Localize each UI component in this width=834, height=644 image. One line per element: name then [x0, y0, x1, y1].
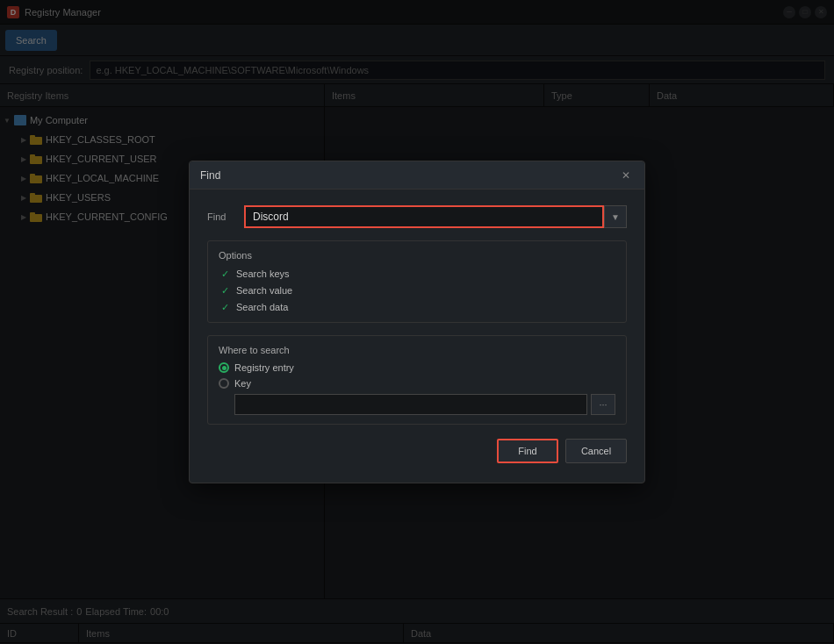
modal-title: Find	[200, 169, 618, 182]
radio-label-key: Key	[234, 378, 251, 389]
radio-label-registry: Registry entry	[234, 362, 294, 373]
check-icon-value: ✓	[219, 284, 231, 297]
find-dropdown-button[interactable]: ▼	[604, 205, 627, 228]
check-icon-keys: ✓	[219, 268, 231, 280]
key-row: Key	[234, 378, 251, 389]
option-search-value: ✓ Search value	[219, 284, 615, 297]
find-button[interactable]: Find	[497, 439, 558, 463]
modal-close-button[interactable]: ✕	[618, 168, 634, 183]
find-input[interactable]	[244, 205, 604, 228]
find-row: Find ▼	[207, 205, 627, 228]
find-dialog: Find ✕ Find ▼ Options ✓ Search keys	[189, 161, 645, 483]
option-label-value: Search value	[236, 285, 292, 296]
where-to-search-section: Where to search Registry entry Key ···	[207, 335, 627, 425]
modal-footer: Find Cancel	[207, 439, 627, 467]
options-title: Options	[219, 250, 615, 261]
key-browse-button[interactable]: ···	[591, 394, 615, 415]
radio-dot-key	[219, 378, 229, 389]
find-input-wrapper: ▼	[244, 205, 627, 228]
option-search-keys: ✓ Search keys	[219, 268, 615, 280]
radio-registry-entry[interactable]: Registry entry	[219, 362, 615, 373]
cancel-button[interactable]: Cancel	[565, 439, 627, 463]
radio-key[interactable]: Key	[219, 378, 615, 389]
options-section: Options ✓ Search keys ✓ Search value ✓ S…	[207, 240, 627, 323]
check-icon-data: ✓	[219, 301, 231, 313]
radio-dot-registry	[219, 362, 229, 373]
where-title: Where to search	[219, 345, 615, 355]
modal-title-bar: Find ✕	[190, 161, 644, 190]
key-input-row: ···	[234, 394, 615, 415]
option-search-data: ✓ Search data	[219, 301, 615, 313]
modal-overlay: Find ✕ Find ▼ Options ✓ Search keys	[0, 0, 834, 644]
modal-body: Find ▼ Options ✓ Search keys ✓ Search va…	[190, 190, 644, 483]
option-label-data: Search data	[236, 302, 288, 312]
option-label-keys: Search keys	[236, 268, 290, 279]
find-label: Find	[207, 211, 235, 222]
key-path-input[interactable]	[234, 394, 587, 415]
